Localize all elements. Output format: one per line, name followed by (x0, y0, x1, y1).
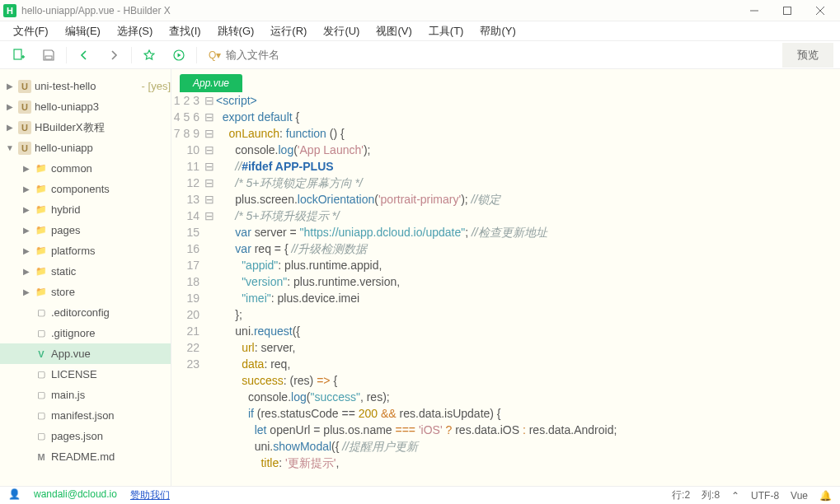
tree-item-label: App.vue (51, 348, 171, 360)
editor-tab[interactable]: App.vue (180, 74, 242, 92)
menu-item[interactable]: 文件(F) (5, 21, 57, 41)
maximize-button[interactable] (771, 1, 804, 21)
chevron-icon[interactable]: ▶ (21, 287, 31, 296)
separator (131, 47, 132, 63)
tree-item[interactable]: ▶📁platforms (0, 240, 171, 261)
tree-item[interactable]: ▢LICENSE (0, 364, 171, 385)
tree-item[interactable]: ▶📁components (0, 179, 171, 199)
tree-item-label: platforms (51, 245, 171, 257)
file-icon: ▢ (35, 430, 48, 443)
line-gutter: 1 2 3 4 5 6 7 8 9 10 11 12 13 14 15 16 1… (171, 92, 204, 486)
minimize-button[interactable] (738, 1, 771, 21)
menu-item[interactable]: 帮助(Y) (472, 21, 523, 41)
tree-item[interactable]: ▢main.js (0, 385, 171, 405)
tab-bar: App.vue (171, 69, 840, 92)
bell-icon[interactable]: 🔔 (819, 490, 832, 502)
tree-item[interactable]: ▶📁static (0, 261, 171, 282)
chevron-icon[interactable]: ▶ (21, 164, 31, 173)
tree-item-label: .gitignore (51, 327, 171, 339)
fold-column[interactable]: ⊟ ⊟ ⊟ ⊟ ⊟ ⊟ ⊟ ⊟ (204, 92, 216, 486)
tree-item-label: .editorconfig (51, 306, 171, 319)
star-icon[interactable] (137, 44, 162, 67)
menu-item[interactable]: 发行(U) (315, 21, 368, 41)
folder-icon: 📁 (35, 183, 48, 196)
status-encoding[interactable]: UTF-8 (751, 490, 779, 502)
proj-icon: U (18, 121, 31, 134)
menu-item[interactable]: 视图(V) (368, 21, 420, 41)
new-file-icon[interactable] (7, 44, 31, 67)
file-icon: ▢ (35, 306, 48, 320)
tree-item-label: store (51, 286, 171, 298)
save-icon[interactable] (36, 44, 61, 67)
search-input[interactable] (226, 49, 771, 61)
tree-item-label: components (51, 183, 171, 195)
back-icon[interactable] (72, 44, 96, 67)
tree-item[interactable]: ▶📁pages (0, 220, 171, 240)
separator (66, 47, 67, 63)
chevron-icon[interactable]: ▶ (21, 205, 31, 214)
code-editor[interactable]: 1 2 3 4 5 6 7 8 9 10 11 12 13 14 15 16 1… (171, 92, 840, 486)
chevron-icon[interactable]: ▶ (21, 226, 31, 235)
chevron-icon[interactable]: ▶ (21, 246, 31, 255)
tree-item[interactable]: VApp.vue (0, 343, 171, 364)
tree-item[interactable]: ▶Uhello-uniapp3 (0, 96, 171, 117)
tree-item-label: uni-test-hello (35, 80, 138, 92)
chevron-icon[interactable]: ▶ (5, 102, 15, 111)
chevron-icon[interactable]: ▶ (5, 123, 15, 132)
close-button[interactable] (804, 1, 837, 21)
svg-rect-1 (784, 7, 791, 14)
chevron-icon[interactable]: ▼ (5, 143, 15, 152)
chevron-icon[interactable]: ▶ (21, 184, 31, 194)
tree-item[interactable]: ▢pages.json (0, 426, 171, 446)
tree-item-label: pages (51, 224, 171, 236)
menu-item[interactable]: 编辑(E) (57, 21, 109, 41)
tree-item[interactable]: ▼Uhello-uniapp (0, 138, 171, 158)
proj-icon: U (18, 142, 31, 155)
status-language[interactable]: Vue (791, 490, 808, 502)
search-prefix[interactable]: Q▾ (209, 49, 221, 61)
code-content[interactable]: <script> export default { onLaunch: func… (216, 92, 840, 486)
chevron-icon[interactable]: ▶ (5, 82, 15, 91)
file-explorer[interactable]: ▶Uuni-test-hello- [yes]▶Uhello-uniapp3▶U… (0, 69, 171, 486)
tree-item[interactable]: ▶Uuni-test-hello- [yes] (0, 76, 171, 96)
chevron-icon[interactable]: ▶ (21, 267, 31, 276)
status-caret-icon: ⌃ (731, 490, 739, 502)
tree-item[interactable]: ▢.gitignore (0, 323, 171, 343)
user-icon: 👤 (8, 488, 21, 502)
menu-item[interactable]: 工具(T) (420, 21, 472, 41)
status-email[interactable]: wandali@dcloud.io (34, 488, 117, 502)
tree-item[interactable]: ▢manifest.json (0, 405, 171, 426)
menu-item[interactable]: 跳转(G) (209, 21, 263, 41)
tree-item-suffix: - [yes] (142, 80, 171, 92)
menu-item[interactable]: 运行(R) (262, 21, 315, 41)
tree-item[interactable]: ▶📁store (0, 282, 171, 302)
tree-item[interactable]: MREADME.md (0, 446, 171, 467)
preview-button[interactable]: 预览 (782, 43, 833, 68)
tree-item[interactable]: ▢.editorconfig (0, 302, 171, 323)
tree-item-label: manifest.json (51, 409, 171, 422)
folder-icon: 📁 (35, 224, 48, 237)
run-icon[interactable] (167, 44, 191, 67)
proj-icon: U (18, 100, 31, 114)
tree-item-label: pages.json (51, 430, 171, 442)
menubar: 文件(F)编辑(E)选择(S)查找(I)跳转(G)运行(R)发行(U)视图(V)… (0, 21, 840, 41)
svg-rect-7 (45, 56, 52, 59)
forward-icon[interactable] (101, 44, 126, 67)
tree-item-label: README.md (51, 450, 171, 463)
menu-item[interactable]: 查找(I) (161, 21, 209, 41)
search-box[interactable]: Q▾ (202, 49, 777, 61)
folder-icon: 📁 (35, 203, 48, 217)
vue-icon: V (35, 348, 48, 361)
menu-item[interactable]: 选择(S) (109, 21, 161, 41)
tree-item[interactable]: ▶📁hybrid (0, 199, 171, 220)
tree-item-label: hello-uniapp3 (35, 100, 171, 113)
separator (196, 47, 197, 63)
folder-icon: 📁 (35, 162, 48, 175)
tree-item[interactable]: ▶📁common (0, 158, 171, 179)
status-sponsor-link[interactable]: 赞助我们 (130, 488, 170, 502)
file-icon: ▢ (35, 389, 48, 402)
window-title: hello-uniapp/App.vue - HBuilder X (21, 5, 738, 16)
file-icon: ▢ (35, 327, 48, 340)
tree-item-label: hybrid (51, 203, 171, 216)
tree-item[interactable]: ▶UHBuilderX教程 (0, 117, 171, 138)
